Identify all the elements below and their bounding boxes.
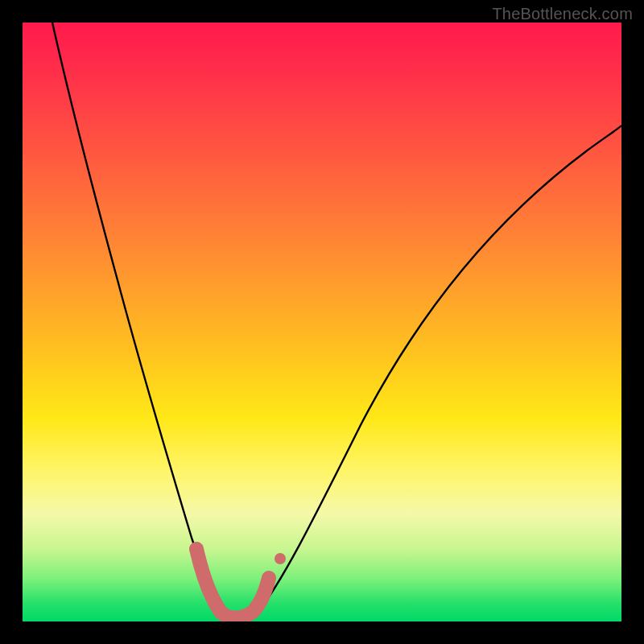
curve-path bbox=[52, 23, 621, 618]
bottleneck-curve bbox=[23, 23, 621, 621]
marker-dot bbox=[275, 553, 286, 564]
plot-area bbox=[23, 23, 621, 621]
watermark-text: TheBottleneck.com bbox=[492, 5, 633, 23]
marker-blob bbox=[196, 549, 269, 618]
chart-frame: TheBottleneck.com bbox=[0, 0, 644, 644]
